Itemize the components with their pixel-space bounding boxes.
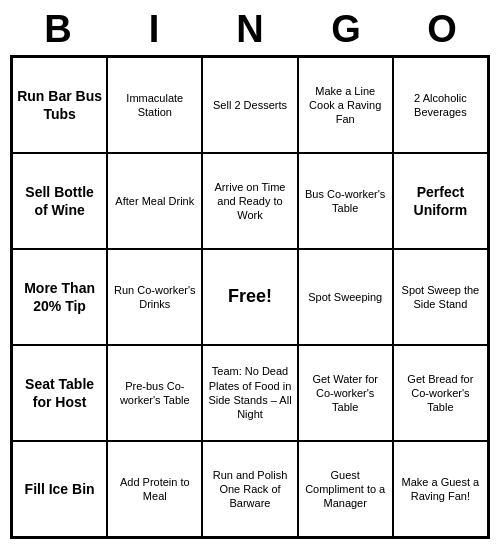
bingo-cell-5: Sell Bottle of Wine [12,153,107,249]
bingo-cell-20: Fill Ice Bin [12,441,107,537]
bingo-cell-10: More Than 20% Tip [12,249,107,345]
bingo-grid: Run Bar Bus TubsImmaculate StationSell 2… [10,55,490,539]
bingo-cell-22: Run and Polish One Rack of Barware [202,441,297,537]
bingo-cell-6: After Meal Drink [107,153,202,249]
bingo-cell-17: Team: No Dead Plates of Food in Side Sta… [202,345,297,441]
bingo-cell-16: Pre-bus Co-worker's Table [107,345,202,441]
bingo-cell-14: Spot Sweep the Side Stand [393,249,488,345]
bingo-cell-23: Guest Compliment to a Manager [298,441,393,537]
bingo-cell-21: Add Protein to Meal [107,441,202,537]
bingo-cell-2: Sell 2 Desserts [202,57,297,153]
bingo-cell-7: Arrive on Time and Ready to Work [202,153,297,249]
bingo-cell-11: Run Co-worker's Drinks [107,249,202,345]
bingo-cell-4: 2 Alcoholic Beverages [393,57,488,153]
bingo-cell-0: Run Bar Bus Tubs [12,57,107,153]
bingo-cell-19: Get Bread for Co-worker's Table [393,345,488,441]
bingo-letter-o: O [398,8,486,51]
bingo-letter-n: N [206,8,294,51]
bingo-cell-15: Seat Table for Host [12,345,107,441]
bingo-letter-g: G [302,8,390,51]
bingo-header: BINGO [10,0,490,55]
bingo-cell-9: Perfect Uniform [393,153,488,249]
bingo-cell-24: Make a Guest a Raving Fan! [393,441,488,537]
bingo-cell-8: Bus Co-worker's Table [298,153,393,249]
bingo-cell-1: Immaculate Station [107,57,202,153]
bingo-cell-12: Free! [202,249,297,345]
bingo-letter-b: B [14,8,102,51]
bingo-cell-13: Spot Sweeping [298,249,393,345]
bingo-letter-i: I [110,8,198,51]
bingo-cell-3: Make a Line Cook a Raving Fan [298,57,393,153]
bingo-cell-18: Get Water for Co-worker's Table [298,345,393,441]
